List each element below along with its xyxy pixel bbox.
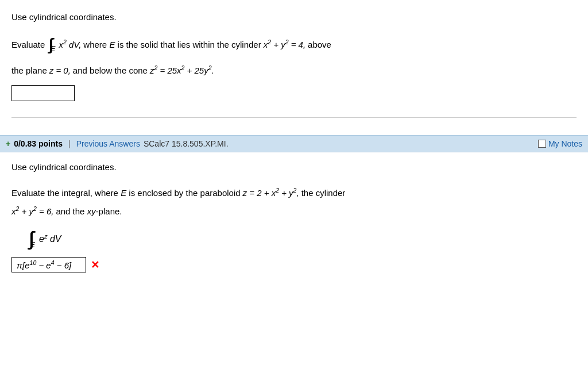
problem2-line2: x2 + y2 = 6, and the xy-plane.	[11, 203, 577, 220]
below-cone-text: and below the cone	[73, 62, 148, 79]
my-notes-checkbox[interactable]	[538, 140, 546, 148]
pipe-separator: |	[68, 139, 71, 148]
and-xy-plane: and the xy-plane.	[56, 203, 122, 220]
integrand-ez: ez dV	[39, 233, 61, 244]
where-text: where E is the solid that lies within th…	[83, 36, 261, 53]
answer-row-2: π[e10 − e4 − 6] ✕	[11, 257, 577, 272]
cone-equation: z2 = 25x2 + 25y2.	[150, 62, 214, 79]
evaluate-integral-text: Evaluate the integral, where E is enclos…	[11, 185, 241, 202]
cylinder2-eq: x2 + y2 = 6,	[11, 203, 53, 220]
instruction-text-2: Use cylindrical coordinates.	[11, 162, 117, 172]
previous-answers-link[interactable]: Previous Answers	[76, 139, 140, 148]
answer-filled-box: π[e10 − e4 − 6]	[11, 257, 86, 272]
the-cylinder-text: the cylinder	[301, 185, 346, 202]
plane-text: the plane	[11, 62, 47, 79]
plus-icon: +	[6, 139, 10, 148]
instruction-text: Use cylindrical coordinates.	[11, 12, 117, 22]
paraboloid-eq: z = 2 + x2 + y2,	[243, 185, 299, 202]
triple-integral-symbol: ∫∫∫	[48, 29, 49, 61]
integral-sub-E-2: E	[30, 241, 35, 249]
triple-integral-symbol-2: ∫∫∫	[29, 229, 29, 248]
section1-instruction: Use cylindrical coordinates.	[11, 10, 577, 24]
wrong-mark-icon: ✕	[91, 259, 99, 271]
problem2-line1: Evaluate the integral, where E is enclos…	[11, 185, 577, 202]
plane-equation: z = 0,	[49, 62, 71, 79]
integral-display-2: ∫∫∫ E ez dV	[29, 228, 577, 249]
cylinder-equation: x2 + y2 = 4,	[264, 36, 305, 53]
answer-input-1[interactable]	[11, 85, 75, 101]
integrand-x2dv: x2 dV,	[59, 36, 81, 53]
section2: Use cylindrical coordinates. Evaluate th…	[0, 152, 588, 278]
my-notes-area[interactable]: My Notes	[538, 139, 582, 148]
section2-instruction: Use cylindrical coordinates.	[11, 160, 577, 174]
above-text: above	[308, 36, 331, 53]
problem-line1: Evaluate ∫∫∫ E x2 dV, where E is the sol…	[11, 29, 577, 61]
evaluate-label: Evaluate	[11, 36, 45, 53]
points-value: 0/0.83 points	[14, 139, 63, 148]
points-left-area: + 0/0.83 points | Previous Answers SCalc…	[6, 139, 229, 148]
my-notes-label: My Notes	[548, 139, 582, 148]
problem-id: SCalc7 15.8.505.XP.MI.	[144, 139, 229, 148]
problem-line2: the plane z = 0, and below the cone z2 =…	[11, 62, 577, 79]
points-bar: + 0/0.83 points | Previous Answers SCalc…	[0, 135, 588, 152]
answer-value-text: π[e10 − e4 − 6]	[17, 259, 71, 270]
integral-subscript-E: E	[51, 42, 55, 56]
